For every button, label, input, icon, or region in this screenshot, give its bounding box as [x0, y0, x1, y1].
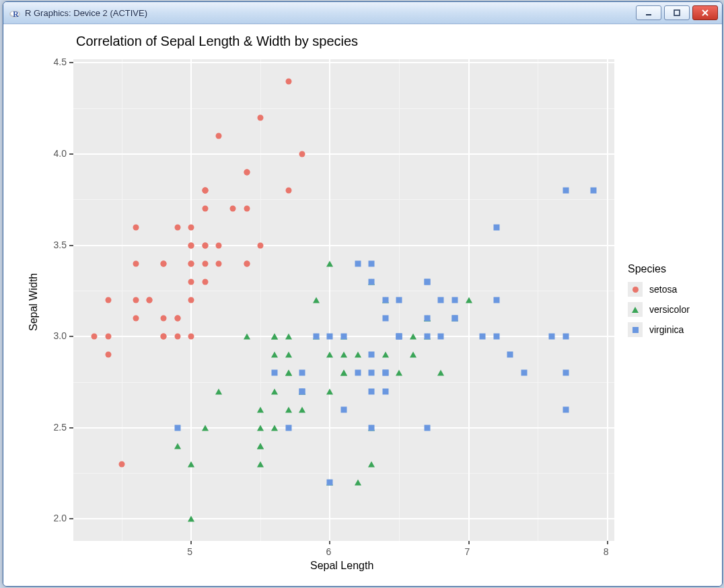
grid-major-y [73, 518, 614, 519]
data-point-setosa [161, 316, 167, 322]
grid-major-y [73, 62, 614, 63]
data-point-versicolor [326, 260, 333, 266]
data-point-setosa [133, 224, 139, 230]
data-point-setosa [188, 297, 194, 303]
x-axis-title: Sepal Length [310, 560, 373, 572]
grid-minor-y [73, 108, 614, 109]
data-point-setosa [105, 352, 111, 358]
data-point-versicolor [257, 443, 264, 449]
data-point-virginica [507, 352, 513, 358]
data-point-setosa [133, 316, 139, 322]
data-point-setosa [91, 334, 97, 340]
legend: Species setosaversicolorvirginica [628, 263, 690, 342]
data-point-virginica [563, 370, 569, 376]
data-point-versicolor [368, 462, 375, 468]
minimize-button[interactable] [636, 5, 661, 20]
grid-minor-x [260, 59, 261, 541]
window-controls [636, 5, 718, 20]
data-point-versicolor [285, 334, 292, 340]
tick-mark-x [468, 541, 470, 544]
data-point-setosa [285, 78, 291, 84]
data-point-versicolor [188, 462, 194, 468]
window-titlebar[interactable]: R R Graphics: Device 2 (ACTIVE) [3, 2, 722, 24]
ggplot: Correlation of Sepal Length & Width by s… [9, 30, 717, 581]
data-point-setosa [216, 260, 222, 266]
data-point-setosa [161, 334, 167, 340]
data-point-versicolor [326, 352, 333, 358]
grid-minor-y [73, 473, 614, 474]
data-point-setosa [258, 114, 264, 120]
grid-minor-y [73, 382, 614, 383]
data-point-versicolor [202, 425, 209, 431]
data-point-virginica [382, 316, 388, 322]
data-point-versicolor [188, 516, 194, 522]
data-point-versicolor [382, 352, 389, 358]
data-point-virginica [396, 334, 402, 340]
data-point-versicolor [244, 334, 250, 340]
data-point-setosa [188, 334, 194, 340]
close-button[interactable] [692, 5, 718, 20]
data-point-virginica [341, 334, 347, 340]
minimize-icon [645, 9, 653, 17]
data-point-virginica [480, 334, 486, 340]
y-tick-label: 4.5 [49, 57, 67, 67]
data-point-virginica [563, 406, 569, 412]
data-point-setosa [244, 170, 250, 176]
data-point-setosa [188, 224, 194, 230]
data-point-virginica [369, 370, 375, 376]
legend-item-virginica: virginica [628, 322, 690, 337]
tick-mark-y [69, 336, 73, 337]
data-point-versicolor [355, 352, 361, 358]
data-point-virginica [369, 388, 375, 394]
data-point-setosa [161, 260, 167, 266]
data-point-virginica [438, 297, 444, 303]
data-point-versicolor [313, 297, 320, 303]
data-point-virginica [438, 334, 444, 340]
data-point-virginica [451, 316, 458, 322]
data-point-setosa [299, 151, 305, 157]
legend-key-icon [628, 322, 643, 337]
data-point-setosa [244, 260, 250, 266]
app-window: R R Graphics: Device 2 (ACTIVE) Correlat… [3, 1, 723, 587]
data-point-virginica [369, 260, 375, 266]
grid-major-y [73, 153, 614, 155]
maximize-button[interactable] [664, 5, 690, 20]
grid-minor-y [73, 199, 614, 200]
svg-rect-3 [646, 14, 651, 15]
x-tick-label: 8 [604, 546, 609, 557]
data-point-setosa [202, 279, 208, 285]
data-point-setosa [188, 242, 194, 248]
grid-minor-x [538, 59, 538, 541]
svg-text:R: R [13, 10, 19, 19]
tick-mark-y [69, 245, 73, 246]
data-point-versicolor [271, 425, 278, 431]
grid-major-y [73, 427, 614, 429]
data-point-virginica [355, 370, 361, 376]
tick-mark-x [607, 541, 608, 544]
data-point-virginica [493, 224, 499, 230]
data-point-virginica [424, 316, 430, 322]
data-point-setosa [202, 206, 208, 212]
data-point-versicolor [215, 388, 222, 394]
data-point-versicolor [355, 480, 361, 486]
data-point-virginica [396, 297, 402, 303]
x-tick-label: 5 [187, 546, 192, 557]
maximize-icon [673, 9, 681, 17]
y-tick-label: 2.5 [49, 422, 67, 433]
data-point-setosa [258, 242, 264, 248]
y-tick-label: 3.5 [49, 240, 67, 250]
y-axis-title: Sepal Width [28, 273, 40, 331]
grid-major-x [607, 59, 608, 541]
chart-title: Correlation of Sepal Length & Width by s… [76, 34, 358, 49]
data-point-versicolor [285, 352, 292, 358]
data-point-setosa [133, 260, 139, 266]
data-point-setosa [147, 297, 153, 303]
data-point-virginica [174, 425, 180, 431]
grid-major-x [329, 59, 330, 541]
data-point-virginica [382, 388, 388, 394]
data-point-setosa [105, 297, 111, 303]
data-point-versicolor [271, 388, 278, 394]
data-point-virginica [369, 425, 375, 431]
data-point-virginica [493, 297, 499, 303]
data-point-virginica [341, 406, 347, 412]
